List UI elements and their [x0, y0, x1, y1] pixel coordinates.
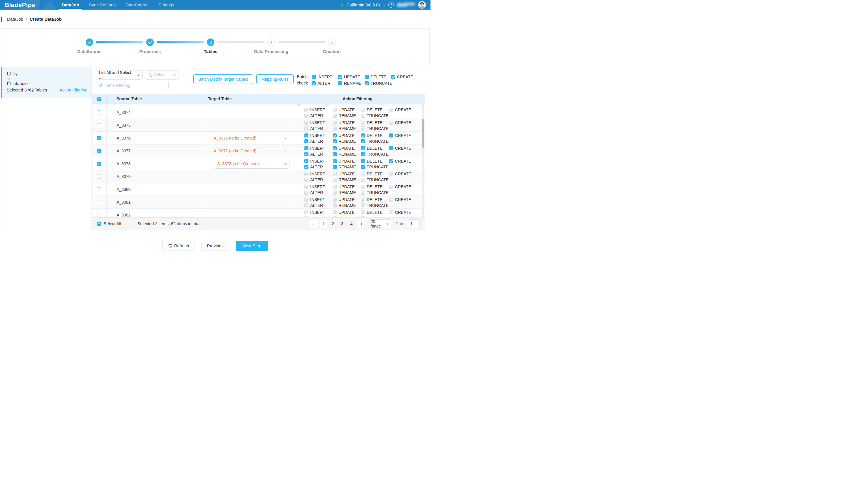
page-size-select[interactable]: 20 /page — [368, 219, 391, 228]
vertical-scrollbar-thumb[interactable] — [422, 119, 424, 148]
next-page-button[interactable] — [357, 220, 365, 228]
batch-check-create[interactable]: CREATE — [391, 75, 418, 79]
batch-check-delete[interactable]: DELETE — [365, 75, 391, 79]
target-table-select[interactable]: A_3377 (to be Created) — [214, 146, 290, 156]
page-button-1[interactable]: 1 — [320, 220, 327, 228]
checkbox-checked[interactable] — [391, 75, 395, 79]
refresh-button[interactable]: Refresh — [162, 241, 195, 251]
checkbox-checked[interactable] — [304, 139, 309, 143]
page-button-4[interactable]: 4 — [348, 220, 355, 228]
user-avatar[interactable] — [418, 1, 426, 9]
checkbox-checked[interactable] — [389, 146, 393, 150]
checkbox-checked[interactable] — [361, 139, 365, 143]
action-update[interactable]: UPDATE — [333, 159, 361, 163]
checkbox-checked[interactable] — [389, 133, 393, 137]
batch-check-update[interactable]: UPDATE — [338, 75, 365, 79]
row-checkbox[interactable] — [97, 213, 101, 217]
action-create[interactable]: CREATE — [389, 133, 418, 137]
checkbox-checked[interactable] — [333, 146, 337, 150]
action-rename[interactable]: RENAME — [333, 165, 361, 169]
action-insert[interactable]: INSERT — [304, 146, 333, 150]
batch-modify-target-names-button[interactable]: Batch Modify Target Names — [193, 74, 253, 84]
checkbox-checked[interactable] — [361, 159, 365, 163]
action-filtering-link[interactable]: Action Filtering — [59, 88, 87, 92]
action-update[interactable]: UPDATE — [333, 133, 361, 137]
checkbox-checked[interactable] — [361, 133, 365, 137]
checkbox-checked[interactable] — [361, 152, 365, 156]
checkbox-checked[interactable] — [361, 146, 365, 150]
checkbox-checked[interactable] — [312, 81, 316, 85]
checkbox-checked[interactable] — [361, 165, 365, 169]
list-mode-select[interactable]: List All and Select ... — [96, 70, 143, 80]
checkbox-checked[interactable] — [304, 165, 309, 169]
checkbox-checked[interactable] — [338, 81, 342, 85]
page-button-2[interactable]: 2 — [329, 220, 337, 228]
checkbox-checked[interactable] — [333, 165, 337, 169]
batch-check-insert[interactable]: INSERT — [312, 75, 338, 79]
action-delete[interactable]: DELETE — [361, 146, 389, 150]
prev-page-button[interactable] — [311, 220, 318, 228]
chevron-down-icon[interactable] — [383, 3, 386, 6]
nav-item-datasource[interactable]: DataSource — [121, 0, 153, 10]
row-checkbox[interactable] — [97, 110, 101, 114]
action-truncate[interactable]: TRUNCATE — [361, 165, 389, 169]
batch-check-rename[interactable]: RENAME — [338, 81, 365, 85]
checkbox-checked[interactable] — [333, 152, 337, 156]
row-checkbox[interactable] — [97, 149, 101, 153]
breadcrumb-root[interactable]: DataJob — [7, 17, 23, 22]
action-update[interactable]: UPDATE — [333, 146, 361, 150]
action-create[interactable]: CREATE — [389, 159, 418, 163]
nav-item-sync-settings[interactable]: Sync Settings — [84, 0, 121, 10]
checkbox-checked[interactable] — [333, 133, 337, 137]
action-alter: ALTER — [304, 191, 333, 195]
select-all-control[interactable]: Select All — [97, 221, 121, 226]
checkbox-checked[interactable] — [304, 146, 309, 150]
checkbox-checked[interactable] — [333, 139, 337, 143]
target-table-select[interactable]: A_3376 (to be Created) — [214, 133, 290, 143]
checkbox-checked[interactable] — [312, 75, 316, 79]
goto-page-input[interactable] — [407, 219, 420, 228]
row-checkbox[interactable] — [97, 175, 101, 179]
table-filter-input[interactable]: Table Filtering — [96, 81, 169, 90]
row-checkbox[interactable] — [97, 200, 101, 204]
action-truncate[interactable]: TRUNCATE — [361, 152, 389, 156]
checkbox-checked[interactable] — [389, 159, 393, 163]
checkbox-checked[interactable] — [304, 152, 309, 156]
sidebar-selected-mapping[interactable]: lly afanqie Selected 3 /62 Tables Action… — [1, 67, 92, 98]
action-rename[interactable]: RENAME — [333, 139, 361, 143]
checkbox-checked[interactable] — [365, 75, 369, 79]
help-icon[interactable]: ? — [388, 2, 394, 8]
next-step-button[interactable]: Next Step — [236, 241, 268, 251]
checkbox-checked[interactable] — [338, 75, 342, 79]
mapping-rules-button[interactable]: Mapping Rules — [256, 74, 293, 84]
checkbox-checked[interactable] — [304, 133, 309, 137]
column-select[interactable]: Select — [145, 70, 179, 80]
previous-step-button[interactable]: Previous — [201, 241, 229, 251]
checkbox-checked[interactable] — [304, 159, 309, 163]
action-delete[interactable]: DELETE — [361, 159, 389, 163]
action-alter[interactable]: ALTER — [304, 139, 333, 143]
row-checkbox[interactable] — [97, 187, 101, 191]
action-alter[interactable]: ALTER — [304, 165, 333, 169]
action-insert[interactable]: INSERT — [304, 133, 333, 137]
target-table-select[interactable]: A_3378(to be Created) — [214, 159, 290, 169]
action-truncate[interactable]: TRUNCATE — [361, 139, 389, 143]
nav-item-settings[interactable]: Settings — [153, 0, 179, 10]
action-insert[interactable]: INSERT — [304, 159, 333, 163]
select-all-header-checkbox[interactable] — [97, 97, 101, 101]
row-checkbox[interactable] — [97, 123, 101, 127]
checkbox-checked[interactable] — [365, 81, 369, 85]
action-rename[interactable]: RENAME — [333, 152, 361, 156]
action-create[interactable]: CREATE — [389, 146, 418, 150]
select-all-checkbox[interactable] — [97, 222, 101, 226]
action-alter[interactable]: ALTER — [304, 152, 333, 156]
cluster-name[interactable]: California (v0.6.0) — [346, 3, 380, 7]
batch-check-alter[interactable]: ALTER — [312, 81, 338, 85]
nav-item-datajob[interactable]: DataJob — [57, 0, 84, 10]
row-checkbox[interactable] — [97, 136, 101, 140]
batch-check-truncate[interactable]: TRUNCATE — [365, 81, 391, 85]
page-button-3[interactable]: 3 — [339, 220, 346, 228]
action-delete[interactable]: DELETE — [361, 133, 389, 137]
row-checkbox[interactable] — [97, 162, 101, 166]
checkbox-checked[interactable] — [333, 159, 337, 163]
